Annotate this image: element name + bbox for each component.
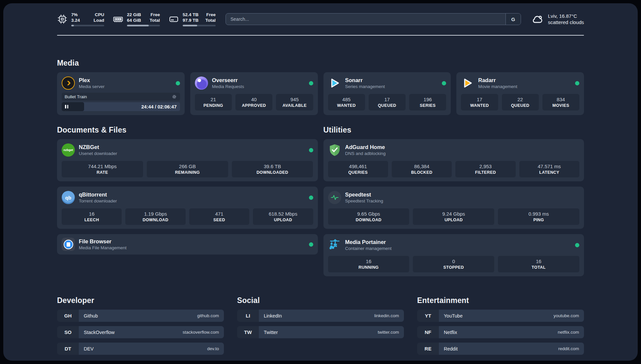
- storage-progress-fill: [183, 25, 197, 26]
- bookmark-reddit[interactable]: RE Reddit reddit.com: [417, 343, 584, 355]
- stat-box: 945 AVAILABLE: [276, 94, 313, 110]
- app-name: Overseerr: [212, 77, 244, 83]
- search-engine-button[interactable]: G: [505, 14, 521, 25]
- stat-box: 16 TOTAL: [498, 256, 579, 272]
- app-name: Speedtest: [345, 192, 383, 198]
- bookmark-abbr: DT: [57, 343, 79, 355]
- app-name: File Browser: [79, 238, 127, 245]
- bookmark-url: linkedin.com: [374, 313, 399, 318]
- dashboard: 7% 3.24 CPU Load: [3, 3, 638, 361]
- memory-total-label: Total: [150, 17, 160, 23]
- stat-box: 21 PENDING: [195, 94, 232, 110]
- status-online-dot: [442, 81, 446, 85]
- portainer-icon: [328, 238, 341, 252]
- media-cards: Plex Media server Bullet Train: [57, 72, 584, 115]
- stat-box: 485 WANTED: [328, 94, 365, 110]
- status-online-dot: [309, 81, 313, 85]
- weather-widget[interactable]: Lviv, 16.87°C scattered clouds: [531, 13, 584, 26]
- stat-box: 16 RUNNING: [328, 256, 410, 272]
- app-card-portainer[interactable]: Media Portainer Container management 16 …: [323, 234, 584, 276]
- app-card-overseerr[interactable]: Overseerr Media Requests 21 PENDING 40 A…: [190, 72, 318, 115]
- stat-box: 17 WANTED: [461, 94, 498, 110]
- app-card-nzbget[interactable]: nzbget NZBGet Usenet downloader 744.21 M…: [57, 139, 318, 181]
- qbittorrent-icon: qb: [62, 191, 75, 204]
- playback-progress-fill: [62, 102, 84, 111]
- storage-progress-bar: [183, 25, 216, 26]
- ram-icon: [113, 14, 123, 24]
- storage-free-value: 52.4 TB: [183, 12, 198, 17]
- app-name: qBittorrent: [79, 192, 117, 198]
- app-card-speedtest[interactable]: Speedtest Speedtest Tracking 9.65 Gbps D…: [323, 187, 584, 229]
- bookmark-stackoverflow[interactable]: SO StackOverflow stackoverflow.com: [57, 326, 224, 338]
- app-description: Container management: [345, 246, 392, 251]
- cpu-stat: 7% 3.24 CPU Load: [57, 12, 104, 26]
- cpu-label: CPU: [94, 12, 104, 17]
- bookmark-abbr: NF: [417, 326, 439, 338]
- status-online-dot: [309, 148, 313, 152]
- stat-box: 471 SEED: [189, 208, 249, 225]
- bookmark-url: youtube.com: [554, 313, 579, 318]
- memory-stat: 22 GiB 64 GiB Free Total: [113, 12, 160, 26]
- filebrowser-icon: [62, 238, 75, 251]
- cpu-progress-fill: [71, 25, 74, 26]
- app-description: Series management: [345, 84, 385, 89]
- stat-box: 22 QUEUED: [502, 94, 539, 110]
- app-card-filebrowser[interactable]: File Browser Media File Management: [57, 234, 318, 255]
- stat-box: 39.6 TB DOWNLOADED: [232, 161, 313, 177]
- app-name: AdGuard Home: [345, 144, 386, 150]
- bookmark-url: twitter.com: [378, 330, 399, 335]
- storage-total-value: 97.9 TB: [183, 17, 198, 23]
- bookmark-abbr: TW: [237, 326, 259, 338]
- speedtest-icon: [328, 191, 341, 204]
- bookmark-dev[interactable]: DT DEV dev.to: [57, 343, 224, 355]
- gear-icon[interactable]: [171, 94, 177, 100]
- pause-icon: [65, 105, 66, 108]
- app-description: Media server: [79, 84, 105, 89]
- stat-box: 40 APPROVED: [235, 94, 272, 110]
- section-title-media: Media: [57, 59, 584, 68]
- header-divider: [57, 35, 584, 36]
- weather-location-temp: Lviv, 16.87°C: [548, 13, 584, 19]
- stat-box: 0.993 ms PING: [498, 208, 579, 225]
- app-name: Sonarr: [345, 77, 385, 83]
- overseerr-icon: [195, 76, 208, 90]
- bookmark-name: DEV: [84, 346, 94, 351]
- bookmark-url: netflix.com: [558, 330, 579, 335]
- cpu-progress-bar: [71, 25, 104, 26]
- bookmark-name: StackOverflow: [84, 330, 114, 335]
- system-stats: 7% 3.24 CPU Load: [57, 12, 216, 26]
- utilities-column: Utilities: [323, 126, 584, 276]
- app-card-sonarr[interactable]: Sonarr Series management 485 WANTED 17 Q…: [323, 72, 451, 115]
- app-card-plex[interactable]: Plex Media server Bullet Train: [57, 72, 185, 115]
- memory-free-label: Free: [150, 12, 160, 17]
- bookmark-youtube[interactable]: YT YouTube youtube.com: [417, 310, 584, 322]
- section-title-developer: Developer: [57, 296, 224, 305]
- bookmark-name: Github: [84, 313, 98, 318]
- cpu-load-value: 3.24: [71, 17, 80, 23]
- stat-box: 2,953 FILTERED: [455, 161, 515, 177]
- bookmark-twitter[interactable]: TW Twitter twitter.com: [237, 326, 404, 338]
- stat-box: 0 STOPPED: [413, 256, 494, 272]
- bookmark-name: Twitter: [264, 330, 278, 335]
- app-name: NZBGet: [79, 144, 117, 150]
- bookmark-github[interactable]: GH Github github.com: [57, 310, 224, 322]
- stat-box: 1.19 Gbps DOWNLOAD: [125, 208, 185, 225]
- app-card-radarr[interactable]: Radarr Movie management 17 WANTED 22 QUE…: [456, 72, 584, 115]
- playback-progress-bar[interactable]: 24:44 / 02:06:47: [62, 102, 180, 111]
- app-description: Usenet downloader: [79, 151, 117, 156]
- app-card-adguard[interactable]: AdGuard Home DNS and adblocking 498,461 …: [323, 139, 584, 181]
- status-online-dot: [575, 243, 579, 247]
- weather-condition: scattered clouds: [548, 19, 584, 25]
- app-description: Media File Management: [79, 245, 127, 250]
- memory-free-value: 22 GiB: [127, 12, 141, 17]
- search-input[interactable]: [226, 14, 505, 25]
- stat-box: 266 GB REMAINING: [147, 161, 228, 177]
- radarr-icon: [461, 76, 474, 90]
- stat-box: 834 MOVIES: [542, 94, 579, 110]
- app-card-qbittorrent[interactable]: qb qBittorrent Torrent downloader 16 LEE…: [57, 187, 318, 229]
- bookmark-name: Netflix: [444, 330, 457, 335]
- bookmark-netflix[interactable]: NF Netflix netflix.com: [417, 326, 584, 338]
- bookmark-linkedin[interactable]: LI LinkedIn linkedin.com: [237, 310, 404, 322]
- section-title-utilities: Utilities: [323, 126, 584, 135]
- bookmark-abbr: RE: [417, 343, 439, 355]
